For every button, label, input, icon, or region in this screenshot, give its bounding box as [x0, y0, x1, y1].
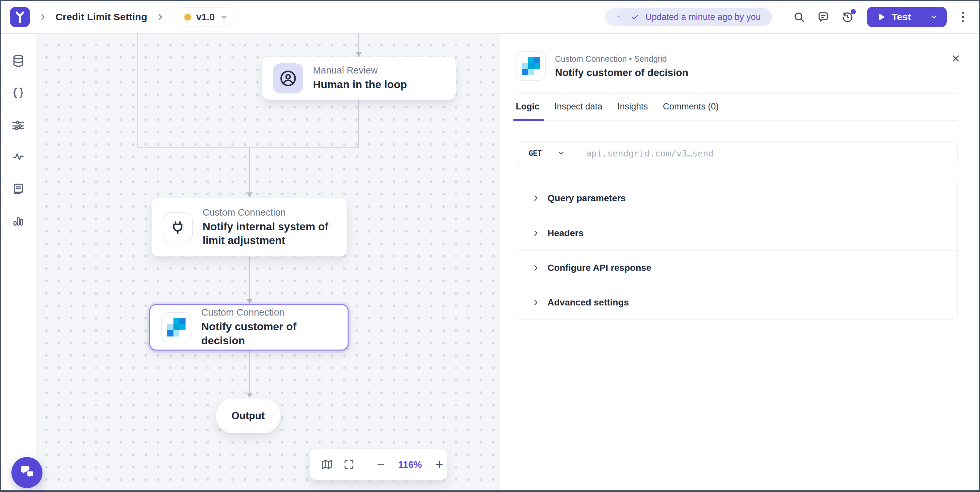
fit-view-button[interactable] [343, 459, 355, 470]
comments-button[interactable] [816, 10, 830, 24]
save-status-badge: Updated a minute ago by you [619, 8, 772, 26]
workflow-canvas[interactable]: Manual Review Human in the loop Custom C… [36, 33, 500, 491]
tab-comments[interactable]: Comments (0) [663, 102, 719, 119]
chevron-right-icon [532, 194, 540, 202]
request-url-field[interactable]: GET [516, 142, 958, 165]
panel-header: Custom Connection • Sendgrid Notify cust… [516, 51, 958, 81]
header-divider [782, 10, 782, 24]
section-query-parameters[interactable]: Query parameters [516, 181, 958, 216]
http-method-select[interactable]: GET [528, 149, 542, 158]
notification-dot [851, 9, 856, 14]
node-manual-review[interactable]: Manual Review Human in the loop [262, 57, 456, 100]
sidebar-item-data[interactable] [11, 53, 26, 68]
node-notify-internal[interactable]: Custom Connection Notify internal system… [151, 198, 347, 256]
version-dot [184, 14, 191, 21]
connector-line [358, 100, 359, 148]
test-options-button[interactable] [921, 13, 947, 21]
connector-line [358, 33, 359, 53]
test-button-label: Test [892, 11, 911, 22]
tab-logic[interactable]: Logic [516, 102, 539, 119]
connector-arrow [246, 193, 253, 197]
breadcrumb[interactable]: Credit Limit Setting [56, 11, 147, 22]
tray-logo[interactable] [10, 7, 30, 27]
database-icon [11, 54, 25, 68]
bar-chart-icon [12, 214, 25, 228]
test-run-button[interactable]: Test [867, 11, 921, 22]
minimap-button[interactable] [321, 459, 333, 471]
chevron-down-icon [220, 13, 228, 21]
help-chat-button[interactable] [11, 457, 43, 488]
output-node[interactable]: Output [216, 398, 281, 433]
chevron-down-icon[interactable] [557, 149, 565, 157]
zoom-in-button[interactable]: + [436, 458, 443, 471]
connector-arrow [355, 52, 362, 57]
node-title: Notify internal system of limit adjustme… [202, 220, 336, 247]
zoom-out-button[interactable]: − [377, 458, 385, 471]
section-advanced-settings[interactable]: Advanced settings [516, 285, 958, 320]
connector-line [249, 350, 250, 393]
tab-insights[interactable]: Insights [617, 102, 648, 119]
panel-subtitle: Custom Connection • Sendgrid [555, 54, 688, 64]
panel-title: Notify customer of decision [555, 67, 688, 79]
chevron-right-icon [532, 264, 540, 272]
map-icon [321, 459, 333, 471]
chat-bubbles-icon [19, 465, 36, 481]
section-headers[interactable]: Headers [516, 216, 958, 250]
main-area: Manual Review Human in the loop Custom C… [1, 33, 979, 491]
more-options-button[interactable] [956, 12, 970, 22]
sidebar-item-activity[interactable] [11, 149, 26, 164]
connector-line [249, 256, 250, 299]
node-title: Human in the loop [313, 78, 407, 91]
search-icon [793, 11, 805, 23]
user-circle-icon [273, 64, 303, 94]
history-button[interactable] [840, 10, 854, 24]
save-status-text: Updated a minute ago by you [646, 12, 761, 22]
braces-icon [11, 86, 25, 100]
activity-icon [11, 150, 25, 164]
test-button-group[interactable]: Test [867, 7, 947, 27]
connector-arrow [246, 393, 253, 398]
active-tab-indicator [513, 119, 544, 121]
sidebar-item-code[interactable] [11, 85, 26, 100]
chevron-down-icon [930, 13, 938, 21]
chevron-right-icon [156, 13, 164, 21]
tab-underline [516, 119, 958, 121]
node-config-panel: Custom Connection • Sendgrid Notify cust… [500, 33, 979, 491]
settings-accordion: Query parameters Headers Configure API r… [516, 181, 958, 320]
version-selector[interactable]: v1.0 [174, 8, 238, 27]
connector-line [249, 148, 250, 193]
sidebar-item-insights[interactable] [11, 213, 26, 228]
comment-icon [817, 11, 829, 23]
sendgrid-icon [516, 51, 546, 81]
fullscreen-icon [343, 459, 355, 470]
search-button[interactable] [792, 10, 806, 24]
plug-icon [163, 212, 193, 242]
zoom-level[interactable]: 116% [394, 459, 426, 470]
chevron-right-icon [532, 299, 540, 306]
tab-inspect-data[interactable]: Inspect data [554, 102, 602, 119]
node-notify-customer[interactable]: Custom Connection Notify customer of dec… [149, 304, 348, 350]
sendgrid-icon [161, 312, 191, 342]
url-input[interactable] [586, 148, 948, 158]
chevron-right-icon [38, 13, 47, 21]
node-type-label: Manual Review [313, 65, 407, 76]
book-icon [11, 182, 25, 196]
canvas-toolbar: − 116% + [310, 449, 447, 480]
top-bar: Credit Limit Setting v1.0 Updated a minu… [1, 1, 979, 33]
sidebar-item-config[interactable] [11, 117, 26, 132]
sidebar-item-docs[interactable] [11, 182, 26, 196]
close-icon [951, 53, 961, 64]
node-type-label: Custom Connection [201, 307, 336, 318]
section-configure-api-response[interactable]: Configure API response [516, 250, 958, 285]
node-type-label: Custom Connection [202, 207, 336, 218]
chevron-right-icon [532, 229, 540, 237]
play-icon [878, 13, 886, 21]
sliders-icon [11, 118, 25, 132]
panel-tabs: Logic Inspect data Insights Comments (0) [516, 102, 958, 119]
output-label: Output [232, 410, 265, 422]
check-icon [630, 13, 640, 22]
left-toolbar [1, 33, 36, 491]
close-panel-button[interactable] [949, 52, 963, 65]
version-label: v1.0 [196, 12, 215, 22]
kebab-menu-icon [962, 12, 964, 14]
